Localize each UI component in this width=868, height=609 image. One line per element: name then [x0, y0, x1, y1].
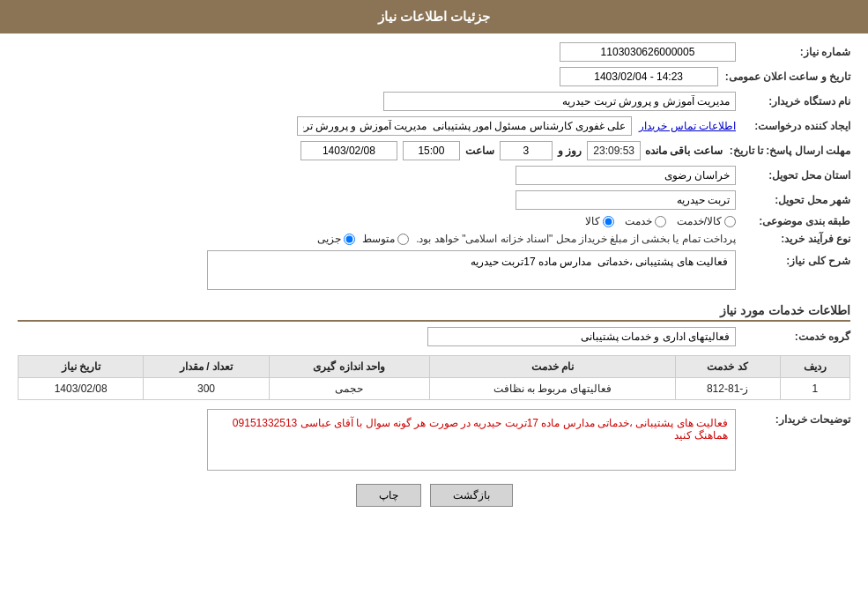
process-small[interactable]: جزیی — [317, 233, 355, 245]
radio-kala[interactable] — [603, 216, 614, 227]
time-label: ساعت — [465, 145, 494, 157]
need-number-input[interactable] — [560, 42, 736, 62]
buyer-org-input[interactable] — [383, 92, 736, 111]
city-label: شهر محل تحویل: — [736, 194, 850, 206]
process-row: نوع فرآیند خرید: پرداخت تمام یا بخشی از … — [18, 233, 850, 245]
cell-service-code: ز-81-812 — [675, 378, 780, 400]
creator-label: ایجاد کننده درخواست: — [736, 120, 850, 132]
table-row: 1 ز-81-812 فعالیتهای مربوط به نظافت حجمی… — [19, 378, 850, 400]
service-table: ردیف کد خدمت نام خدمت واحد اندازه گیری ت… — [18, 355, 850, 400]
need-desc-value-cell: فعالیت های پشتیبانی ،خدماتی مدارس ماده 1… — [18, 250, 736, 293]
need-number-label: شماره نیاز: — [736, 46, 850, 58]
contact-link[interactable]: اطلاعات تماس خریدار — [639, 120, 736, 132]
province-label: استان محل تحویل: — [736, 169, 850, 182]
col-unit: واحد اندازه گیری — [269, 356, 429, 378]
radio-medium[interactable] — [397, 234, 409, 245]
buyer-desc-value-cell: فعالیت های پشتیبانی ،خدماتی مدارس ماده 1… — [18, 409, 736, 471]
cell-date: 1403/02/08 — [19, 378, 144, 400]
buyer-desc-label: توضیحات خریدار: — [736, 409, 850, 426]
service-table-body: 1 ز-81-812 فعالیتهای مربوط به نظافت حجمی… — [19, 378, 850, 400]
city-value-cell — [18, 190, 736, 210]
cell-service-name: فعالیتهای مربوط به نظافت — [429, 378, 675, 400]
category-row: طبقه بندی موضوعی: کالا/خدمت خدمت کالا — [18, 215, 850, 227]
reply-deadline-value-cell: ساعت باقی مانده 23:09:53 روز و ساعت — [18, 141, 723, 160]
city-row: شهر محل تحویل: — [18, 190, 850, 210]
category-kala-service-label: کالا/خدمت — [677, 215, 722, 227]
page-title: جزئیات اطلاعات نیاز — [378, 9, 490, 24]
need-number-row: شماره نیاز: — [18, 42, 850, 62]
process-note: پرداخت تمام یا بخشی از مبلغ خریداز محل "… — [416, 233, 736, 245]
reply-date-input[interactable] — [300, 141, 397, 160]
buyer-org-value-cell — [18, 92, 736, 111]
buyer-desc-row: توضیحات خریدار: فعالیت های پشتیبانی ،خدم… — [18, 409, 850, 471]
need-desc-label: شرح کلی نیاز: — [736, 250, 850, 267]
cell-quantity: 300 — [144, 378, 269, 400]
process-label: نوع فرآیند خرید: — [736, 233, 850, 245]
process-options: پرداخت تمام یا بخشی از مبلغ خریداز محل "… — [18, 233, 736, 245]
service-group-row: گروه خدمت: — [18, 327, 850, 346]
service-group-input[interactable] — [427, 327, 736, 346]
category-kala-service[interactable]: کالا/خدمت — [677, 215, 736, 227]
service-table-section: ردیف کد خدمت نام خدمت واحد اندازه گیری ت… — [18, 355, 850, 400]
creator-row: ایجاد کننده درخواست: اطلاعات تماس خریدار — [18, 116, 850, 136]
category-kala-label: کالا — [585, 215, 600, 227]
buyer-org-row: نام دستگاه خریدار: — [18, 92, 850, 111]
remaining-label: ساعت باقی مانده — [645, 145, 723, 157]
print-button[interactable]: چاپ — [356, 484, 421, 507]
announce-datetime-input[interactable] — [560, 67, 718, 86]
reply-time-input[interactable] — [403, 141, 460, 160]
radio-kala-service[interactable] — [724, 216, 736, 227]
reply-deadline-row: مهلت ارسال پاسخ: تا تاریخ: ساعت باقی مان… — [18, 141, 850, 160]
province-value-cell — [18, 166, 736, 185]
creator-value-cell: اطلاعات تماس خریدار — [18, 116, 736, 136]
category-kala[interactable]: کالا — [585, 215, 614, 227]
remaining-time-value: 23:09:53 — [587, 141, 641, 160]
province-row: استان محل تحویل: — [18, 166, 850, 185]
col-service-code: کد خدمت — [675, 356, 780, 378]
remaining-time-group: ساعت باقی مانده 23:09:53 — [587, 141, 722, 160]
service-group-value-cell — [18, 327, 736, 346]
days-label: روز و — [558, 145, 582, 157]
radio-small[interactable] — [344, 234, 355, 245]
process-small-label: جزیی — [317, 233, 341, 245]
need-desc-row: شرح کلی نیاز: فعالیت های پشتیبانی ،خدمات… — [18, 250, 850, 293]
process-medium-label: متوسط — [362, 233, 395, 245]
category-label: طبقه بندی موضوعی: — [736, 215, 850, 227]
category-service[interactable]: خدمت — [625, 215, 666, 227]
reply-deadline-label: مهلت ارسال پاسخ: تا تاریخ: — [723, 145, 850, 157]
table-header-row: ردیف کد خدمت نام خدمت واحد اندازه گیری ت… — [19, 356, 850, 378]
announce-value-cell — [18, 67, 718, 86]
page-container: جزئیات اطلاعات نیاز شماره نیاز: تاریخ و … — [0, 0, 868, 609]
city-input[interactable] — [516, 190, 736, 210]
need-number-value-cell — [18, 42, 736, 62]
col-row-num: ردیف — [780, 356, 849, 378]
service-group-label: گروه خدمت: — [736, 330, 850, 343]
content-area: شماره نیاز: تاریخ و ساعت اعلان عمومی: نا… — [0, 33, 868, 524]
col-service-name: نام خدمت — [429, 356, 675, 378]
category-radio-group: کالا/خدمت خدمت کالا — [18, 215, 736, 227]
radio-service[interactable] — [655, 216, 666, 227]
days-input[interactable] — [500, 141, 553, 160]
service-info-title: اطلاعات خدمات مورد نیاز — [18, 303, 850, 322]
button-row: بازگشت چاپ — [18, 484, 850, 507]
announce-label: تاریخ و ساعت اعلان عمومی: — [718, 71, 850, 83]
cell-row-num: 1 — [780, 378, 849, 400]
page-header: جزئیات اطلاعات نیاز — [0, 0, 868, 33]
back-button[interactable]: بازگشت — [430, 484, 513, 507]
buyer-desc-text: فعالیت های پشتیبانی ،خدماتی مدارس ماده 1… — [233, 417, 728, 442]
buyer-org-label: نام دستگاه خریدار: — [736, 95, 850, 108]
process-medium[interactable]: متوسط — [362, 233, 409, 245]
col-quantity: تعداد / مقدار — [144, 356, 269, 378]
need-desc-textarea[interactable]: فعالیت های پشتیبانی ،خدماتی مدارس ماده 1… — [207, 250, 736, 290]
buyer-desc-box: فعالیت های پشتیبانی ،خدماتی مدارس ماده 1… — [207, 409, 736, 471]
col-date: تاریخ نیاز — [19, 356, 144, 378]
province-input[interactable] — [516, 166, 736, 185]
category-service-label: خدمت — [625, 215, 652, 227]
cell-unit: حجمی — [269, 378, 429, 400]
process-value-cell: پرداخت تمام یا بخشی از مبلغ خریداز محل "… — [18, 233, 736, 245]
creator-input[interactable] — [297, 116, 632, 136]
announce-row: تاریخ و ساعت اعلان عمومی: — [18, 67, 850, 86]
